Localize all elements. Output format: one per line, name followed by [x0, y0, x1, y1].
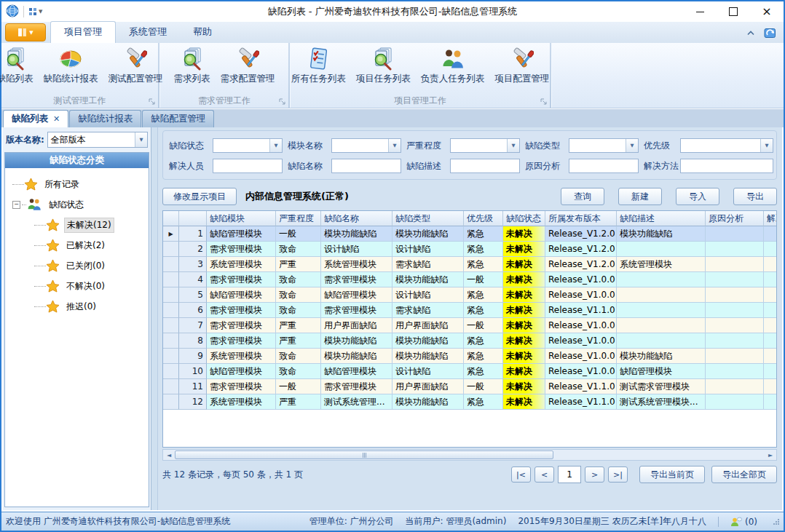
- filter-input-resolver[interactable]: [213, 159, 282, 172]
- grid-column-header[interactable]: 所属发布版本: [545, 211, 617, 226]
- grid-column-header[interactable]: 严重程度: [276, 211, 321, 226]
- dialog-launcher-icon[interactable]: [149, 98, 155, 105]
- scroll-right-icon[interactable]: ►: [765, 450, 776, 460]
- chevron-down-icon[interactable]: ▼: [388, 139, 401, 152]
- tree-item-closed[interactable]: 已关闭(0): [5, 255, 149, 276]
- filter-input-cause-analysis[interactable]: [569, 159, 638, 172]
- tree-item-resolved[interactable]: 已解决(2): [5, 235, 149, 255]
- filter-field-solution[interactable]: [680, 159, 773, 173]
- table-row[interactable]: 3系统管理模块严重系统管理模块需求缺陷紧急未解决Release_V1.2.0系统…: [163, 257, 776, 272]
- tree-item-postponed[interactable]: 推迟(0): [5, 296, 149, 317]
- ribbon-button-requirement-config[interactable]: 需求配置管理: [216, 46, 280, 87]
- filter-input-solution[interactable]: [681, 159, 773, 172]
- query-button[interactable]: 查询: [561, 188, 604, 205]
- page-number-input[interactable]: [558, 466, 581, 483]
- filter-input-defect-name[interactable]: [332, 159, 401, 172]
- tree-item-unresolved[interactable]: 未解决(12): [5, 215, 149, 235]
- table-row[interactable]: 2需求管理模块致命设计缺陷设计缺陷紧急未解决Release_V1.2.0: [163, 242, 776, 257]
- defect-status-panel: 缺陷状态分类 所有记录−缺陷状态未解决(12)已解决(2)已关闭(0)不解决(0…: [4, 152, 149, 507]
- last-page-button[interactable]: >|: [608, 467, 628, 483]
- ribbon-button-defect-report[interactable]: 缺陷统计报表: [39, 46, 103, 87]
- table-row[interactable]: 9系统管理模块致命模块功能缺陷模块功能缺陷紧急未解决Release_V1.0.0…: [163, 349, 776, 364]
- table-row[interactable]: 10缺陷管理模块致命缺陷管理模块设计缺陷紧急未解决Release_V1.0.0缺…: [163, 364, 776, 379]
- version-combo[interactable]: 全部版本 ▼: [47, 132, 148, 148]
- grid-column-header[interactable]: 缺陷类型: [392, 211, 464, 226]
- grid-column-header[interactable]: 优先级: [464, 211, 503, 226]
- scrollbar-track[interactable]: [175, 450, 765, 460]
- filter-field-severity[interactable]: ▼: [450, 138, 520, 153]
- minimize-button[interactable]: [683, 1, 717, 22]
- message-indicator[interactable]: (0): [730, 517, 757, 527]
- resize-grip[interactable]: [773, 519, 779, 525]
- first-page-button[interactable]: |<: [511, 467, 531, 483]
- grid-column-header[interactable]: 缺陷描述: [617, 211, 706, 226]
- ribbon-button-owner-tasks[interactable]: 负责人任务列表: [416, 46, 490, 87]
- grid-column-header[interactable]: 解决方法: [764, 211, 777, 226]
- grid-column-header[interactable]: 缺陷模块: [207, 211, 276, 226]
- chevron-down-icon[interactable]: ▼: [626, 139, 638, 152]
- ribbon-button-project-config[interactable]: 项目配置管理: [489, 46, 554, 87]
- filter-input-defect-desc[interactable]: [451, 159, 519, 172]
- table-row[interactable]: 8需求管理模块严重模块功能缺陷模块功能缺陷紧急未解决Release_V1.0.0: [163, 333, 776, 349]
- table-row[interactable]: 12系统管理模块严重测试系统管理...模块功能缺陷紧急未解决Release_V1…: [163, 394, 776, 410]
- ribbon-button-test-config[interactable]: 测试配置管理: [103, 46, 168, 87]
- close-button[interactable]: ×: [750, 1, 784, 22]
- next-page-button[interactable]: >: [585, 467, 604, 483]
- grid-column-header[interactable]: 原因分析: [706, 211, 764, 226]
- grid-column-header[interactable]: 缺陷状态: [503, 211, 545, 226]
- table-row[interactable]: ▶1缺陷管理模块一般模块功能缺陷模块功能缺陷紧急未解决Release_V1.2.…: [163, 226, 776, 242]
- filter-field-priority[interactable]: ▼: [680, 138, 773, 153]
- tree-item-wontfix[interactable]: 不解决(0): [5, 276, 149, 296]
- tree-item-all-records[interactable]: 所有记录: [5, 174, 149, 194]
- table-row[interactable]: 4需求管理模块致命需求管理模块模块功能缺陷一般未解决Release_V1.0.0: [163, 272, 776, 287]
- chevron-down-icon[interactable]: ▼: [760, 139, 773, 152]
- ribbon-tab-2[interactable]: 系统管理: [116, 22, 180, 43]
- collapse-icon[interactable]: −: [12, 201, 20, 209]
- collapse-ribbon-icon[interactable]: [746, 30, 755, 36]
- maximize-button[interactable]: [717, 1, 750, 22]
- close-tab-icon[interactable]: ✕: [53, 114, 60, 124]
- ribbon-tab-1[interactable]: 项目管理: [50, 21, 116, 43]
- filter-field-defect-type[interactable]: ▼: [569, 138, 639, 153]
- table-row[interactable]: 6需求管理模块致命需求管理模块需求缺陷紧急未解决Release_V1.1.0: [163, 303, 776, 318]
- filter-field-defect-name[interactable]: [331, 159, 401, 173]
- ribbon-tab-3[interactable]: 帮助: [180, 22, 225, 43]
- doc-tab-defect-list[interactable]: 缺陷列表✕: [3, 110, 68, 127]
- ribbon-button-requirement-list[interactable]: 需求列表: [169, 46, 216, 87]
- ribbon-button-defect-list[interactable]: 缺陷列表: [0, 46, 39, 87]
- filter-field-defect-desc[interactable]: [450, 159, 520, 173]
- scrollbar-thumb[interactable]: [175, 450, 553, 459]
- chevron-down-icon[interactable]: ▼: [135, 132, 147, 147]
- quick-access-toolbar-button[interactable]: ▼: [28, 7, 42, 16]
- tree-item-defect-status[interactable]: −缺陷状态: [5, 194, 149, 215]
- chevron-down-icon[interactable]: ▼: [507, 139, 519, 152]
- chevron-down-icon[interactable]: ▼: [269, 139, 282, 152]
- app-menu-button[interactable]: ▼: [5, 23, 46, 41]
- filter-field-resolver[interactable]: [213, 159, 283, 173]
- table-row[interactable]: 5缺陷管理模块致命缺陷管理模块设计缺陷紧急未解决Release_V1.0.0: [163, 287, 776, 303]
- export-current-page-button[interactable]: 导出当前页: [639, 466, 705, 483]
- table-row[interactable]: 7需求管理模块严重用户界面缺陷用户界面缺陷一般未解决Release_V1.0.0: [163, 318, 776, 333]
- filter-field-cause-analysis[interactable]: [569, 159, 639, 173]
- dialog-launcher-icon[interactable]: [540, 98, 547, 105]
- ribbon-button-project-tasks[interactable]: 项目任务列表: [351, 46, 416, 87]
- filter-field-module-name[interactable]: ▼: [331, 138, 401, 153]
- defect-grid: 缺陷模块严重程度缺陷名称缺陷类型优先级缺陷状态所属发布版本缺陷描述原因分析解决方…: [162, 210, 777, 448]
- prev-page-button[interactable]: <: [534, 467, 554, 483]
- export-button[interactable]: 导出: [733, 188, 777, 205]
- table-row[interactable]: 11需求管理模块一般需求管理模块用户界面缺陷一般未解决Release_V1.1.…: [163, 379, 776, 394]
- doc-tab-defect-report[interactable]: 缺陷统计报表: [69, 110, 141, 127]
- export-all-pages-button[interactable]: 导出全部页: [711, 466, 777, 483]
- cell-analysis: [706, 349, 764, 364]
- grid-column-header[interactable]: 缺陷名称: [321, 211, 392, 226]
- new-button[interactable]: 新建: [618, 188, 662, 205]
- ribbon-button-all-tasks[interactable]: 所有任务列表: [286, 46, 351, 87]
- help-icon[interactable]: [764, 27, 776, 39]
- filter-field-defect-status[interactable]: ▼: [213, 138, 283, 153]
- dialog-launcher-icon[interactable]: [279, 98, 285, 105]
- scroll-left-icon[interactable]: ◄: [163, 450, 175, 460]
- import-button[interactable]: 导入: [676, 188, 719, 205]
- doc-tab-defect-config[interactable]: 缺陷配置管理: [142, 110, 214, 127]
- modify-display-button[interactable]: 修改显示项目: [162, 188, 237, 205]
- horizontal-scrollbar[interactable]: ◄ ►: [162, 449, 777, 461]
